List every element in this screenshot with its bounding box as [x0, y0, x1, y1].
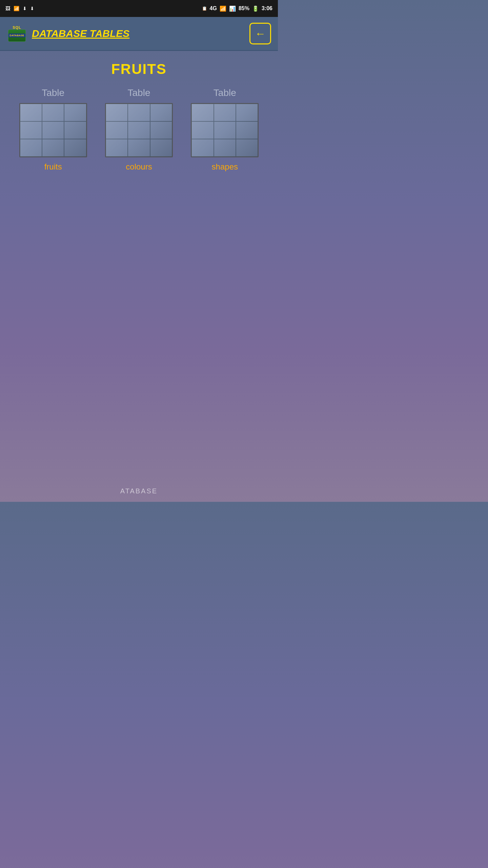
table-cell: [20, 121, 42, 139]
db-logo: SQL DATABASE: [7, 23, 27, 44]
table-item-fruits[interactable]: Table fruits: [19, 87, 87, 172]
status-bar-left: 🖼 📶 ⬇ ⬇: [5, 6, 34, 11]
table-cell: [106, 121, 128, 139]
table-cell: [128, 104, 150, 121]
table-item-colours[interactable]: Table colours: [105, 87, 173, 172]
table-cell: [150, 139, 172, 157]
table-cell: [64, 104, 86, 121]
status-bar-right: 📋 4G 📶 📊 85% 🔋 3:06: [202, 5, 272, 12]
table-cell: [128, 139, 150, 157]
battery-icon: 🔋: [252, 5, 259, 12]
table-cell: [42, 104, 64, 121]
table-cell: [191, 139, 214, 157]
table-cell: [214, 121, 236, 139]
battery-percent: 85%: [239, 5, 249, 12]
table-grid-shapes: [191, 104, 258, 157]
download-icon-2: ⬇: [30, 6, 34, 11]
network-bars: 📊: [229, 5, 236, 12]
download-icon-1: ⬇: [23, 6, 27, 11]
page-title: DATABASE TABLES: [32, 28, 129, 39]
footer: ATABASE: [0, 487, 278, 495]
table-label-top-shapes: Table: [214, 87, 236, 98]
table-visual-fruits: [19, 103, 87, 157]
clock: 3:06: [262, 5, 272, 12]
header-left: SQL DATABASE DATABASE TABLES: [7, 23, 129, 44]
back-arrow-icon: ←: [255, 27, 266, 40]
table-cell: [191, 104, 214, 121]
table-grid-colours: [106, 104, 172, 157]
table-cell: [128, 121, 150, 139]
table-cell: [150, 121, 172, 139]
table-cell: [42, 121, 64, 139]
status-bar: 🖼 📶 ⬇ ⬇ 📋 4G 📶 📊 85% 🔋 3:06: [0, 0, 278, 17]
table-cell: [236, 104, 258, 121]
table-cell: [64, 139, 86, 157]
main-content: FRUITS Table fruits: [0, 51, 278, 182]
db-cylinder: DATABASE: [8, 29, 26, 42]
table-cell: [20, 104, 42, 121]
header: SQL DATABASE DATABASE TABLES ←: [0, 17, 278, 51]
table-cell: [106, 104, 128, 121]
sim-icon: 📋: [202, 6, 207, 11]
table-grid-fruits: [20, 104, 86, 157]
table-cell: [236, 121, 258, 139]
photo-icon: 🖼: [5, 6, 10, 11]
logo-sql-text: SQL: [13, 26, 21, 29]
table-cell: [20, 139, 42, 157]
tables-grid: Table fruits Table: [7, 87, 271, 172]
footer-text: ATABASE: [120, 487, 158, 495]
table-cell: [64, 121, 86, 139]
table-cell: [150, 104, 172, 121]
wifi-icon: 📶: [14, 6, 19, 11]
table-item-shapes[interactable]: Table shapes: [191, 87, 259, 172]
signal-label: 4G: [210, 5, 217, 12]
table-cell: [106, 139, 128, 157]
signal-bars: 📶: [220, 5, 226, 12]
table-label-top-fruits: Table: [42, 87, 64, 98]
table-cell: [42, 139, 64, 157]
logo-db-text: DATABASE: [8, 34, 25, 37]
table-cell: [236, 139, 258, 157]
table-label-top-colours: Table: [128, 87, 150, 98]
back-button[interactable]: ←: [249, 23, 271, 44]
table-visual-colours: [105, 103, 173, 157]
table-visual-shapes: [191, 103, 259, 157]
table-cell: [214, 139, 236, 157]
table-cell: [214, 104, 236, 121]
table-name-colours: colours: [126, 162, 152, 172]
table-cell: [191, 121, 214, 139]
table-name-fruits: fruits: [44, 162, 62, 172]
section-title: FRUITS: [7, 61, 271, 77]
table-name-shapes: shapes: [212, 162, 238, 172]
